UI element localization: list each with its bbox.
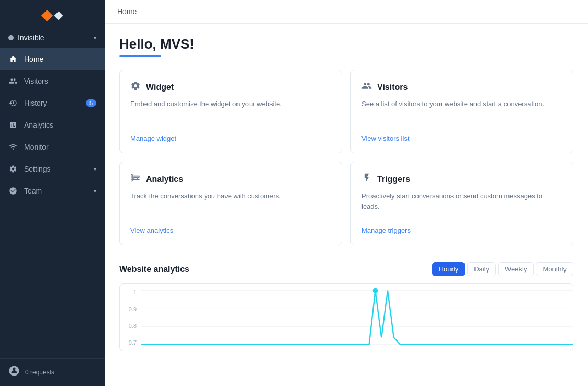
sidebar: Invisible ▾ Home Visitors History 5 — [0, 0, 105, 386]
sidebar-item-label-home: Home — [24, 55, 96, 63]
team-chevron-icon: ▾ — [94, 188, 96, 194]
workspace-dot — [8, 35, 14, 40]
widget-card-icon — [130, 81, 141, 94]
time-filters: Hourly Daily Weekly Monthly — [432, 262, 573, 276]
history-badge: 5 — [86, 99, 96, 107]
time-filter-daily[interactable]: Daily — [467, 262, 496, 276]
main-content: Home Hello, MVS! Widget Embed and custom… — [105, 0, 588, 386]
sidebar-item-label-monitor: Monitor — [24, 143, 96, 151]
nav-section: Home Visitors History 5 Analytics — [0, 48, 105, 358]
workspace-name: Invisible — [18, 33, 44, 42]
sidebar-item-monitor[interactable]: Monitor — [0, 136, 105, 158]
home-icon — [8, 54, 18, 64]
greeting-title: Hello, MVS! — [119, 36, 573, 52]
triggers-card: Triggers Proactively start conversations… — [350, 162, 573, 245]
visitors-icon — [8, 76, 18, 86]
requests-label: 0 requests — [25, 369, 54, 376]
zendesk-icon — [8, 365, 20, 380]
greeting-underline — [119, 55, 161, 57]
sidebar-item-label-history: History — [24, 99, 80, 107]
logo-left — [41, 10, 53, 22]
sidebar-item-label-visitors: Visitors — [24, 77, 96, 85]
widget-card: Widget Embed and customize the widget on… — [119, 70, 342, 153]
time-filter-hourly[interactable]: Hourly — [432, 262, 466, 276]
svg-point-5 — [373, 288, 378, 293]
visitors-card-header: Visitors — [361, 81, 562, 94]
analytics-card-link[interactable]: View analytics — [130, 226, 331, 234]
chart-ylabel-2: 0.9 — [122, 306, 137, 312]
visitors-card: Visitors See a list of visitors to your … — [350, 70, 573, 153]
visitors-card-desc: See a list of visitors to your website a… — [361, 99, 562, 126]
chart-area: 1 0.9 0.8 0.7 — [119, 283, 573, 351]
topbar: Home — [105, 0, 588, 24]
triggers-card-title: Triggers — [377, 175, 410, 184]
analytics-icon — [8, 120, 18, 130]
analytics-card-header: Analytics — [130, 173, 331, 186]
website-analytics-section: Website analytics Hourly Daily Weekly Mo… — [119, 262, 573, 351]
analytics-card: Analytics Track the conversations you ha… — [119, 162, 342, 245]
sidebar-item-label-team: Team — [24, 187, 87, 195]
workspace-chevron-icon: ▾ — [94, 35, 96, 41]
widget-card-link[interactable]: Manage widget — [130, 134, 331, 142]
chart-y-axis: 1 0.9 0.8 0.7 — [120, 289, 139, 346]
monitor-icon — [8, 142, 18, 152]
triggers-card-header: Triggers — [361, 173, 562, 186]
workspace-selector[interactable]: Invisible ▾ — [0, 29, 105, 48]
visitors-card-title: Visitors — [377, 83, 408, 92]
content-area: Hello, MVS! Widget Embed and customize t… — [105, 24, 588, 386]
logo — [0, 0, 105, 29]
time-filter-weekly[interactable]: Weekly — [498, 262, 534, 276]
cards-grid: Widget Embed and customize the widget on… — [119, 70, 573, 245]
analytics-header: Website analytics Hourly Daily Weekly Mo… — [119, 262, 573, 276]
history-icon — [8, 98, 18, 108]
visitors-card-icon — [361, 81, 372, 94]
analytics-card-desc: Track the conversations you have with cu… — [130, 191, 331, 218]
logo-right — [54, 12, 63, 20]
sidebar-bottom: 0 requests — [0, 358, 105, 386]
logo-icon — [43, 9, 62, 22]
analytics-section-title: Website analytics — [119, 265, 189, 274]
sidebar-item-team[interactable]: Team ▾ — [0, 180, 105, 202]
triggers-card-desc: Proactively start conversations or send … — [361, 191, 562, 218]
visitors-card-link[interactable]: View visitors list — [361, 134, 562, 142]
sidebar-item-history[interactable]: History 5 — [0, 92, 105, 114]
widget-card-desc: Embed and customize the widget on your w… — [130, 99, 331, 126]
widget-card-header: Widget — [130, 81, 331, 94]
analytics-card-icon — [130, 173, 141, 186]
page-title: Home — [117, 7, 137, 16]
triggers-card-icon — [361, 173, 372, 186]
chart-ylabel-4: 0.7 — [122, 339, 137, 346]
analytics-chart — [141, 284, 573, 351]
settings-chevron-icon: ▾ — [94, 166, 96, 172]
analytics-card-title: Analytics — [146, 175, 183, 184]
sidebar-item-analytics[interactable]: Analytics — [0, 114, 105, 136]
time-filter-monthly[interactable]: Monthly — [536, 262, 573, 276]
sidebar-item-label-settings: Settings — [24, 165, 87, 173]
sidebar-item-visitors[interactable]: Visitors — [0, 70, 105, 92]
chart-ylabel-1: 1 — [122, 289, 137, 296]
chart-ylabel-3: 0.8 — [122, 323, 137, 329]
triggers-card-link[interactable]: Manage triggers — [361, 226, 562, 234]
sidebar-item-settings[interactable]: Settings ▾ — [0, 158, 105, 180]
team-icon — [8, 186, 18, 196]
sidebar-item-label-analytics: Analytics — [24, 121, 96, 129]
settings-icon — [8, 164, 18, 174]
chart-svg-container — [141, 284, 573, 351]
sidebar-item-home[interactable]: Home — [0, 48, 105, 70]
widget-card-title: Widget — [146, 83, 174, 92]
